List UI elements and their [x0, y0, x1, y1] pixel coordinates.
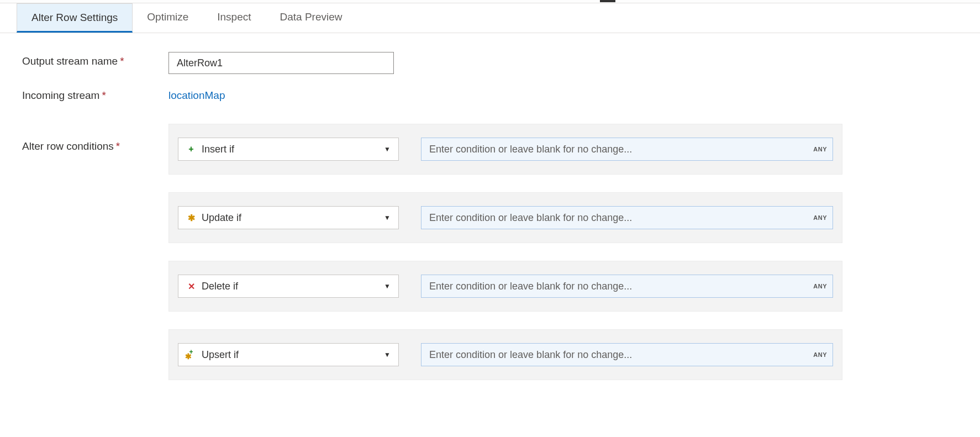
output-stream-name-label: Output stream name*	[22, 52, 168, 67]
condition-row: ✱ Update if ▼ ANY	[168, 192, 842, 243]
condition-expression-field[interactable]: ANY	[421, 206, 833, 229]
plus-icon: +	[186, 144, 196, 154]
condition-expression-field[interactable]: ANY	[421, 275, 833, 298]
required-asterisk: *	[116, 140, 120, 152]
incoming-stream-link[interactable]: locationMap	[168, 86, 225, 102]
tab-inspect[interactable]: Inspect	[203, 3, 265, 33]
chevron-down-icon: ▼	[384, 351, 391, 359]
incoming-stream-label: Incoming stream*	[22, 86, 168, 102]
any-badge: ANY	[813, 283, 827, 289]
condition-row: ✱+ Upsert if ▼ ANY	[168, 329, 842, 380]
chevron-down-icon: ▼	[384, 145, 391, 153]
chevron-down-icon: ▼	[384, 214, 391, 222]
condition-expression-field[interactable]: ANY	[421, 138, 833, 161]
tab-data-preview[interactable]: Data Preview	[266, 3, 357, 33]
x-icon: ✕	[186, 281, 196, 292]
condition-type-select[interactable]: ✱+ Upsert if ▼	[178, 343, 399, 366]
condition-row: ✕ Delete if ▼ ANY	[168, 261, 842, 312]
condition-type-label: Insert if	[202, 144, 234, 155]
label-text: Incoming stream	[22, 89, 99, 101]
tab-alter-row-settings[interactable]: Alter Row Settings	[17, 3, 133, 33]
label-text: Alter row conditions	[22, 140, 114, 152]
condition-row: + Insert if ▼ ANY	[168, 124, 842, 175]
drag-handle-icon[interactable]	[600, 0, 615, 2]
upsert-icon: ✱+	[186, 350, 196, 359]
any-badge: ANY	[813, 214, 827, 221]
condition-type-label: Update if	[202, 212, 241, 224]
label-text: Output stream name	[22, 55, 118, 67]
condition-expression-input[interactable]	[429, 349, 813, 361]
required-asterisk: *	[102, 89, 106, 101]
condition-type-label: Delete if	[202, 281, 238, 292]
any-badge: ANY	[813, 146, 827, 152]
any-badge: ANY	[813, 351, 827, 358]
condition-type-select[interactable]: ✱ Update if ▼	[178, 206, 399, 229]
condition-expression-input[interactable]	[429, 281, 813, 292]
condition-expression-input[interactable]	[429, 144, 813, 155]
condition-type-select[interactable]: + Insert if ▼	[178, 138, 399, 161]
tab-optimize[interactable]: Optimize	[133, 3, 203, 33]
chevron-down-icon: ▼	[384, 282, 391, 290]
conditions-list: + Insert if ▼ ANY ✱ Update if ▼ ANY	[168, 124, 842, 380]
asterisk-icon: ✱	[186, 213, 196, 223]
tab-strip: Alter Row Settings Optimize Inspect Data…	[0, 3, 980, 33]
panel-resize-bar[interactable]	[0, 0, 980, 3]
required-asterisk: *	[120, 55, 124, 67]
condition-type-label: Upsert if	[202, 349, 239, 361]
condition-type-select[interactable]: ✕ Delete if ▼	[178, 275, 399, 298]
condition-expression-input[interactable]	[429, 212, 813, 224]
settings-pane: Output stream name* Incoming stream* loc…	[0, 33, 980, 414]
alter-row-conditions-label: Alter row conditions*	[22, 124, 168, 152]
output-stream-name-input[interactable]	[168, 52, 394, 74]
condition-expression-field[interactable]: ANY	[421, 343, 833, 366]
